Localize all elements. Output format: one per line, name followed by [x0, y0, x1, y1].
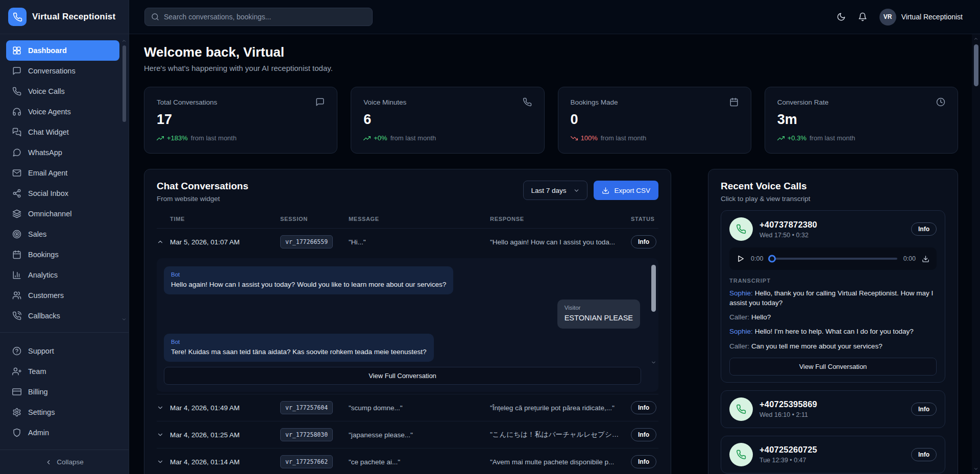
sidebar-item-label: Team — [28, 367, 46, 376]
window-scrollbar-thumb[interactable] — [974, 44, 978, 86]
stat-delta: 100% — [581, 134, 598, 142]
sidebar-item-chat-widget[interactable]: Chat Widget — [6, 122, 119, 142]
trending-down-icon — [571, 135, 578, 142]
brand-logo — [8, 8, 27, 26]
sidebar-item-voice-calls[interactable]: Voice Calls — [6, 81, 119, 102]
user-menu[interactable]: VR Virtual Receptionist — [879, 9, 963, 26]
sidebar-item-conversations[interactable]: Conversations — [6, 61, 119, 81]
sidebar-item-email-agent[interactable]: Email Agent — [6, 163, 119, 183]
stat-value: 6 — [363, 112, 531, 128]
info-button[interactable]: Info — [911, 222, 937, 236]
sidebar-item-dashboard[interactable]: Dashboard — [6, 40, 119, 61]
call-number: +40737872380 — [760, 220, 817, 230]
search-input[interactable] — [164, 13, 366, 21]
session-badge: vr_177257604 — [280, 401, 333, 414]
info-button[interactable]: Info — [911, 403, 937, 416]
transcript-line: Caller:Can you tell me more about your s… — [729, 341, 937, 351]
export-csv-button[interactable]: Export CSV — [594, 181, 658, 200]
sidebar-item-bookings[interactable]: Bookings — [6, 244, 119, 265]
sidebar-item-whatsapp[interactable]: WhatsApp — [6, 142, 119, 163]
phone-icon — [729, 443, 753, 466]
chevron-down-icon — [651, 360, 656, 365]
info-button[interactable]: Info — [631, 455, 656, 468]
bar-chart-icon — [12, 270, 21, 280]
download-recording-button[interactable] — [922, 255, 929, 263]
phone-icon — [523, 97, 532, 107]
sidebar-item-sales[interactable]: Sales — [6, 224, 119, 244]
sidebar-item-admin[interactable]: Admin — [6, 422, 119, 443]
chevron-down-icon[interactable] — [157, 404, 170, 411]
sidebar-item-settings[interactable]: Settings — [6, 402, 119, 422]
window-scrollbar[interactable] — [972, 34, 980, 474]
date-range-select[interactable]: Last 7 days — [523, 181, 587, 200]
speaker-label: Caller: — [729, 313, 749, 321]
info-button[interactable]: Info — [911, 448, 937, 461]
sidebar-item-label: Voice Agents — [28, 108, 71, 116]
phone-icon — [12, 87, 21, 96]
column-header-session: SESSION — [280, 216, 349, 222]
chevron-down-icon[interactable] — [157, 458, 170, 465]
info-button[interactable]: Info — [631, 235, 656, 248]
seek-slider[interactable] — [769, 258, 897, 260]
stat-delta-note: from last month — [390, 134, 436, 142]
table-row[interactable]: Mar 4, 2026, 01:49 AM vr_177257604 "scum… — [157, 394, 658, 421]
table-row[interactable]: Mar 4, 2026, 01:14 AM vr_177257662 "ce p… — [157, 448, 658, 474]
sidebar-scrollbar[interactable] — [121, 38, 127, 322]
voice-call-card[interactable]: +40725260725 Tue 12:39 • 0:47 Info — [721, 436, 945, 473]
sidebar-secondary-nav: Support Team Billing Settings Admin — [0, 336, 129, 446]
stat-card-conversion-rate: Conversion Rate 3m +0.3%from last month — [765, 87, 958, 154]
sidebar-item-callbacks[interactable]: Callbacks — [6, 306, 119, 326]
view-full-conversation-button[interactable]: View Full Conversation — [729, 358, 937, 376]
voice-call-card[interactable]: +40737872380 Wed 17:50 • 0:32 Info 0:00 … — [721, 210, 945, 383]
bot-message-bubble: Bot Tere! Kuidas ma saan teid täna aidat… — [164, 334, 434, 362]
chevron-up-icon[interactable] — [157, 238, 170, 245]
sidebar-item-label: Admin — [28, 429, 49, 437]
sidebar-item-omnichannel[interactable]: Omnichannel — [6, 204, 119, 224]
chevron-up-icon — [121, 38, 127, 43]
chevron-down-icon — [573, 187, 580, 194]
chat-conversations-panel: Chat Conversations From website widget L… — [144, 169, 671, 474]
sidebar-item-label: Support — [28, 347, 54, 355]
dashboard-content: Welcome back, Virtual Here's what's happ… — [129, 34, 980, 474]
phone-icon — [13, 12, 22, 22]
message-square-icon — [315, 97, 325, 107]
seek-slider-thumb[interactable] — [768, 255, 776, 263]
gear-icon — [12, 408, 21, 417]
user-name: Virtual Receptionist — [901, 13, 963, 21]
sidebar-item-team[interactable]: Team — [6, 361, 119, 382]
chevron-down-icon[interactable] — [157, 431, 170, 438]
table-row[interactable]: Mar 5, 2026, 01:07 AM vr_177266559 "Hi..… — [157, 229, 658, 255]
sidebar-scrollbar-thumb[interactable] — [122, 45, 126, 122]
view-full-conversation-button[interactable]: View Full Conversation — [164, 367, 641, 385]
info-button[interactable]: Info — [631, 428, 656, 441]
sidebar-item-label: Voice Calls — [28, 87, 65, 95]
sidebar-item-billing[interactable]: Billing — [6, 382, 119, 402]
stat-label: Total Conversations — [157, 98, 217, 106]
conversation-scrollbar[interactable] — [651, 263, 656, 365]
sidebar-item-customers[interactable]: Customers — [6, 285, 119, 306]
sidebar-item-analytics[interactable]: Analytics — [6, 265, 119, 285]
audio-player: 0:00 0:00 — [729, 247, 937, 270]
collapse-sidebar-button[interactable]: Collapse — [0, 450, 129, 474]
help-circle-icon — [12, 346, 21, 356]
table-row[interactable]: Mar 4, 2026, 01:25 AM vr_177258030 "japa… — [157, 421, 658, 448]
notifications-button[interactable] — [858, 12, 867, 21]
voice-call-card[interactable]: +40725395869 Wed 16:10 • 2:11 Info — [721, 390, 945, 428]
trending-up-icon — [157, 135, 164, 142]
stat-card-voice-minutes: Voice Minutes 6 +0%from last month — [351, 87, 544, 154]
message-role-label: Bot — [171, 271, 446, 278]
transcript-line: Sophie:Hello! I'm here to help. What can… — [729, 327, 937, 336]
theme-toggle-button[interactable] — [837, 12, 846, 21]
sidebar-item-label: WhatsApp — [28, 148, 62, 157]
global-search[interactable] — [144, 8, 373, 26]
info-button[interactable]: Info — [631, 401, 656, 414]
sidebar-item-social-inbox[interactable]: Social Inbox — [6, 183, 119, 204]
elapsed-time: 0:00 — [751, 255, 763, 262]
play-button[interactable] — [737, 255, 745, 263]
sidebar-item-support[interactable]: Support — [6, 341, 119, 361]
session-badge: vr_177266559 — [280, 235, 333, 248]
conversation-scrollbar-thumb[interactable] — [651, 265, 656, 312]
speaker-label: Sophie: — [729, 328, 753, 335]
sidebar-item-voice-agents[interactable]: Voice Agents — [6, 102, 119, 122]
messages-square-icon — [12, 128, 21, 137]
